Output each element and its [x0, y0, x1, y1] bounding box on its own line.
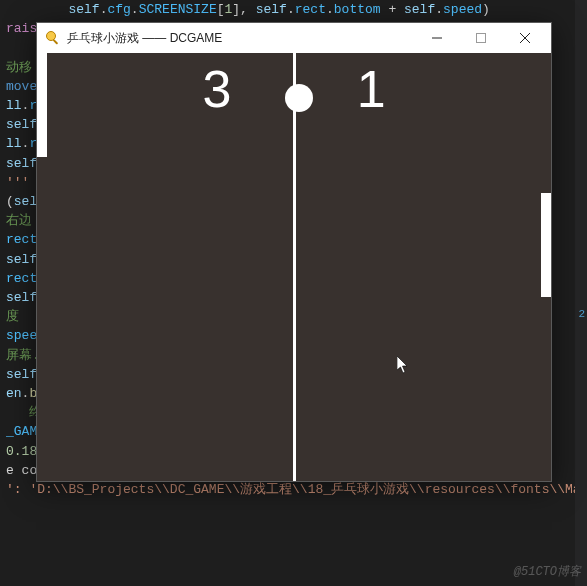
game-canvas[interactable]: 3 1 — [37, 53, 551, 481]
mouse-cursor-icon — [397, 356, 409, 374]
editor-scrollbar[interactable]: 2 — [575, 0, 587, 586]
watermark: @51CTO博客 — [514, 563, 581, 580]
svg-rect-1 — [53, 39, 59, 45]
game-window: 乒乓球小游戏 —— DCGAME 3 1 — [36, 22, 552, 482]
svg-point-0 — [47, 32, 56, 41]
close-button[interactable] — [503, 23, 547, 53]
score-right: 1 — [357, 59, 386, 119]
paddle-right — [541, 193, 551, 297]
app-icon — [45, 30, 61, 46]
window-title: 乒乓球小游戏 —— DCGAME — [67, 30, 222, 47]
titlebar[interactable]: 乒乓球小游戏 —— DCGAME — [37, 23, 551, 53]
paddle-left — [37, 53, 47, 157]
maximize-button[interactable] — [459, 23, 503, 53]
score-left: 3 — [202, 59, 231, 119]
ball — [285, 84, 313, 112]
scrollbar-marker: 2 — [578, 308, 585, 320]
center-divider — [293, 53, 296, 481]
svg-rect-3 — [477, 34, 486, 43]
minimize-button[interactable] — [415, 23, 459, 53]
